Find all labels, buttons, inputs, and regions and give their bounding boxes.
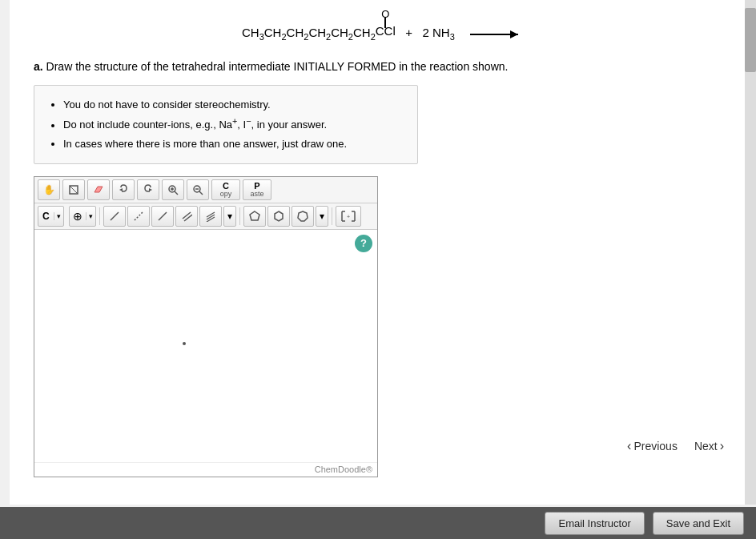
svg-line-18: [207, 217, 215, 222]
pentagon-button[interactable]: [243, 206, 266, 227]
question-text: a. Draw the structure of the tetrahedral…: [34, 60, 730, 73]
bottom-bar: Email Instructor Save and Exit: [0, 507, 756, 539]
paste-button[interactable]: P aste: [243, 179, 271, 200]
chemical-equation: CH3CH2CH2CH2CH2CH2 O CCl + 2 NH3: [242, 26, 458, 39]
svg-line-1: [70, 186, 78, 194]
svg-line-11: [111, 212, 119, 220]
separator-2: [239, 207, 240, 225]
undo-button[interactable]: [112, 179, 135, 200]
toolbar-top: ✋ C opy P: [34, 177, 377, 203]
main-content: CH3CH2CH2CH2CH2CH2 O CCl + 2 NH3 a. Draw…: [10, 0, 746, 505]
email-instructor-button[interactable]: Email Instructor: [545, 512, 644, 535]
chemdoodle-label: ChemDoodle®: [34, 462, 377, 477]
single-bond-button[interactable]: [151, 206, 174, 227]
separator-1: [99, 207, 100, 225]
carbon-dropdown-arrow: ▾: [54, 212, 63, 220]
svg-line-5: [175, 191, 178, 195]
atom-dropdown[interactable]: ⊕ ▾: [69, 206, 96, 227]
plus-icon: ⊕: [70, 210, 86, 223]
next-button[interactable]: Next ›: [688, 436, 730, 457]
info-item-3: In cases where there is more than one an…: [63, 135, 404, 153]
svg-line-17: [207, 215, 215, 219]
zoom-in-button[interactable]: [162, 179, 184, 200]
info-list: You do not have to consider stereochemis…: [47, 95, 404, 154]
hexagon-button[interactable]: [267, 206, 290, 227]
svg-marker-2: [119, 188, 123, 191]
svg-line-15: [184, 215, 192, 221]
triple-bond-button[interactable]: [199, 206, 222, 227]
info-item-2: Do not include counter-ions, e.g., Na+, …: [63, 114, 404, 135]
aldehyde-bond: [384, 18, 386, 28]
svg-line-13: [159, 212, 167, 220]
select-tool-button[interactable]: [62, 179, 85, 200]
double-bond-button[interactable]: [175, 206, 198, 227]
zoom-out-button[interactable]: [187, 179, 209, 200]
atom-dropdown-arrow: ▾: [86, 212, 95, 220]
info-box: You do not have to consider stereochemis…: [34, 85, 418, 164]
hand-tool-button[interactable]: ✋: [38, 179, 60, 200]
scrollbar[interactable]: [745, 0, 756, 505]
svg-line-14: [183, 212, 191, 219]
bond-dropdown-button[interactable]: ▾: [223, 206, 236, 227]
info-item-1: You do not have to consider stereochemis…: [63, 95, 404, 114]
reaction-arrow: [466, 26, 522, 39]
save-exit-button[interactable]: Save and Exit: [653, 512, 744, 535]
svg-marker-20: [275, 211, 283, 221]
help-button[interactable]: ?: [355, 235, 372, 252]
navigation-area: ‹ Previous Next ›: [621, 436, 730, 457]
carbon-dropdown[interactable]: C ▾: [38, 206, 64, 227]
carbon-label: C: [38, 211, 54, 222]
svg-marker-19: [250, 211, 259, 220]
heptagon-button[interactable]: [292, 206, 314, 227]
canvas-dot: [183, 342, 186, 345]
question-body: Draw the structure of the tetrahedral in…: [46, 60, 509, 73]
dashed-bond-button[interactable]: [127, 206, 150, 227]
drawing-tool: ✋ C opy P: [34, 176, 378, 477]
previous-button[interactable]: ‹ Previous: [621, 436, 684, 457]
shape-dropdown-button[interactable]: ▾: [316, 206, 328, 227]
single-bond-diagonal-button[interactable]: [103, 206, 126, 227]
scroll-thumb[interactable]: [745, 8, 756, 72]
erase-tool-button[interactable]: [87, 179, 110, 200]
equation-area: CH3CH2CH2CH2CH2CH2 O CCl + 2 NH3: [34, 16, 730, 44]
redo-button[interactable]: [137, 179, 159, 200]
prev-chevron-icon: ‹: [627, 439, 631, 453]
svg-line-16: [207, 212, 215, 217]
svg-line-9: [199, 191, 203, 195]
svg-text:+: +: [347, 214, 350, 219]
copy-button[interactable]: C opy: [211, 179, 240, 200]
bracket-button[interactable]: +: [336, 206, 361, 227]
question-label: a.: [34, 60, 43, 73]
svg-line-12: [135, 212, 143, 220]
toolbar-bottom: C ▾ ⊕ ▾: [34, 203, 377, 230]
svg-marker-21: [298, 211, 308, 221]
svg-marker-3: [149, 188, 152, 191]
canvas-area[interactable]: ?: [34, 230, 377, 462]
next-chevron-icon: ›: [720, 439, 724, 453]
separator-3: [332, 207, 332, 225]
